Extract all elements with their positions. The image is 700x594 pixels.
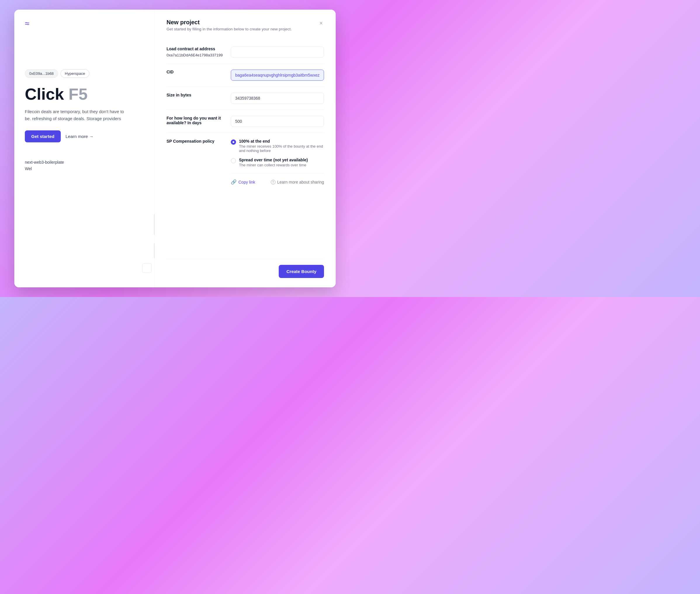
size-label-col: Size in bytes — [167, 93, 225, 99]
size-input[interactable] — [231, 93, 324, 104]
welcome-text: Wel — [25, 166, 144, 171]
size-label: Size in bytes — [167, 93, 225, 97]
hero-actions: Get started Learn more → — [25, 130, 144, 142]
hero-title-accent: F5 — [68, 85, 88, 103]
compensation-options-col: 100% at the end The miner receives 100% … — [231, 139, 324, 185]
contract-label-col: Load contract at address 0xa7a11bDdA6E4e… — [167, 46, 225, 57]
modal-body: Load contract at address 0xa7a11bDdA6E4e… — [167, 41, 324, 256]
link-icon: 🔗 — [231, 179, 237, 185]
radio-option1-text: 100% at the end The miner receives 100% … — [239, 139, 324, 153]
hero-description: Filecoin deals are temporary, but they d… — [25, 108, 124, 122]
days-row: For how long do you want it available? I… — [167, 110, 324, 133]
size-row: Size in bytes — [167, 87, 324, 110]
modal-subtitle: Get started by filling in the informatio… — [167, 27, 291, 31]
modal-panel: New project Get started by filling in th… — [154, 10, 336, 287]
modal-footer: Create Bounty — [167, 259, 324, 278]
create-bounty-button[interactable]: Create Bounty — [279, 265, 324, 278]
contract-address-label: Load contract at address — [167, 46, 225, 51]
app-window: ≈ 0xE09a...1b68 Hyperspace Click F5 File… — [14, 10, 336, 287]
radio-option-spread[interactable]: Spread over time (not yet available) The… — [231, 158, 324, 167]
contract-address-input[interactable] — [231, 46, 324, 58]
radio-circle-option2 — [231, 158, 236, 163]
cid-label-col: CID — [167, 70, 225, 75]
cid-input-col — [231, 70, 324, 81]
network-badge[interactable]: Hyperspace — [61, 69, 90, 78]
radio-group: 100% at the end The miner receives 100% … — [231, 139, 324, 167]
wallet-address-badge[interactable]: 0xE09a...1b68 — [25, 69, 58, 78]
compensation-label: SP Compensation policy — [167, 139, 225, 143]
days-label-col: For how long do you want it available? I… — [167, 116, 225, 126]
learn-sharing-button[interactable]: ? Learn more about sharing — [271, 180, 324, 185]
size-input-col — [231, 93, 324, 104]
question-icon: ? — [271, 180, 276, 185]
copy-link-label: Copy link — [238, 180, 255, 185]
radio-option2-text: Spread over time (not yet available) The… — [239, 158, 308, 167]
wallet-bar: 0xE09a...1b68 Hyperspace — [25, 69, 144, 78]
cid-label: CID — [167, 70, 225, 74]
compensation-label-col: SP Compensation policy — [167, 139, 225, 145]
radio-option2-title: Spread over time (not yet available) — [239, 158, 308, 162]
contract-input-col — [231, 46, 324, 58]
app-logo: ≈ — [25, 19, 144, 28]
radio-option1-desc: The miner receives 100% of the bounty at… — [239, 144, 324, 153]
days-input[interactable] — [231, 116, 324, 127]
days-input-col — [231, 116, 324, 127]
radio-option-100-percent[interactable]: 100% at the end The miner receives 100% … — [231, 139, 324, 153]
contract-address-display: 0xa7a11bDdA6E4e1798a337199 — [167, 53, 225, 57]
contract-address-row: Load contract at address 0xa7a11bDdA6E4e… — [167, 41, 324, 64]
modal-close-button[interactable]: × — [318, 19, 324, 27]
radio-circle-option1 — [231, 139, 236, 145]
modal-title: New project — [167, 19, 291, 26]
left-panel: ≈ 0xE09a...1b68 Hyperspace Click F5 File… — [14, 10, 154, 287]
copy-row: 🔗 Copy link ? Learn more about sharing — [231, 173, 324, 185]
modal-header: New project Get started by filling in th… — [167, 19, 324, 31]
cid-input[interactable] — [231, 70, 324, 81]
compensation-row: SP Compensation policy 100% at the end T… — [167, 133, 324, 191]
repo-name: next-web3-boilerplate — [25, 160, 144, 165]
learn-more-button[interactable]: Learn more → — [65, 134, 94, 139]
copy-link-button[interactable]: 🔗 Copy link — [231, 179, 255, 185]
hero-title-main: Click — [25, 85, 64, 103]
hero-title: Click F5 — [25, 86, 144, 102]
cid-row: CID — [167, 64, 324, 87]
radio-option1-title: 100% at the end — [239, 139, 324, 143]
modal-title-block: New project Get started by filling in th… — [167, 19, 291, 31]
radio-option2-desc: The miner can collect rewards over time — [239, 163, 308, 167]
days-label: For how long do you want it available? I… — [167, 116, 225, 125]
get-started-button[interactable]: Get started — [25, 130, 61, 142]
learn-sharing-label: Learn more about sharing — [277, 180, 324, 185]
